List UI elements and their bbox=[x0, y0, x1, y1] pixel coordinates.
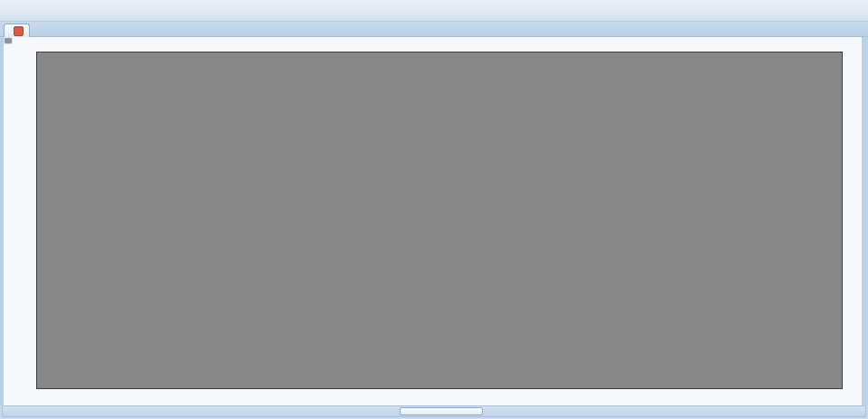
tab-bar bbox=[0, 22, 868, 37]
radargram-frame bbox=[36, 52, 843, 389]
tab-wgpr[interactable] bbox=[4, 24, 30, 37]
ribbon-toolbar bbox=[0, 0, 868, 22]
radargram-panel bbox=[0, 37, 868, 405]
scrollbar-thumb[interactable] bbox=[400, 407, 483, 415]
cursor-tooltip bbox=[4, 37, 13, 44]
scroll-right-arrow-icon[interactable] bbox=[852, 406, 863, 416]
horizontal-scrollbar[interactable] bbox=[2, 405, 866, 417]
scroll-left-arrow-icon[interactable] bbox=[5, 406, 16, 416]
wgpr-app bbox=[0, 0, 868, 419]
radargram-canvas[interactable] bbox=[37, 52, 842, 388]
tab-close-icon[interactable] bbox=[14, 26, 24, 36]
